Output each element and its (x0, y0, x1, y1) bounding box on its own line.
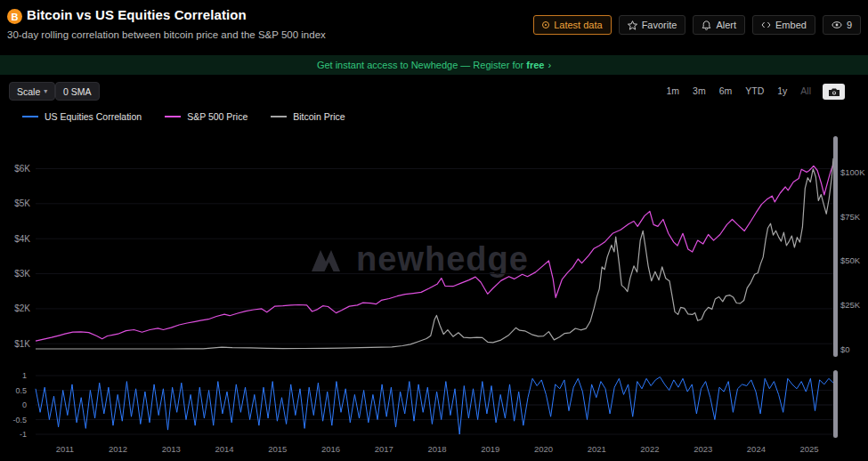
right-axis-tick-label: $25K (840, 300, 861, 310)
legend-item-us-equities-correlation[interactable]: US Equities Correlation (22, 111, 142, 122)
scale-label: Scale (17, 86, 40, 97)
time-range-selector: 1m3m6mYTD1yAll (666, 85, 811, 96)
legend-label: Bitcoin Price (293, 111, 345, 122)
x-axis-year-label: 2018 (427, 444, 446, 454)
x-axis-year-label: 2022 (640, 444, 659, 454)
banner-arrow-icon: › (548, 60, 551, 70)
correlation-axis-tick-label: 1 (22, 371, 27, 380)
bitcoin-icon: B (7, 9, 22, 24)
line-s-p-500-price (36, 165, 833, 341)
x-axis-year-label: 2024 (747, 444, 766, 454)
right-axis-tick-label: $50K (840, 255, 861, 265)
code-brackets-icon (761, 20, 771, 29)
left-axis-tick-label: $3K (14, 269, 30, 279)
x-axis-year-label: 2011 (56, 444, 74, 454)
x-axis-year-label: 2020 (534, 444, 553, 454)
legend-swatch (271, 116, 287, 117)
main-price-chart[interactable]: $6K$5K$4K$3K$2K$1K$100K$75K$50K$25K$0 (0, 132, 868, 365)
embed-button[interactable]: Embed (752, 15, 815, 35)
legend-item-s-p-500-price[interactable]: S&P 500 Price (165, 111, 247, 122)
views-button[interactable]: 9 (823, 15, 861, 35)
alert-label: Alert (716, 20, 736, 30)
camera-icon (828, 87, 840, 97)
x-axis-year-label: 2023 (694, 444, 712, 454)
register-banner[interactable]: Get instant access to Newhedge — Registe… (0, 55, 868, 75)
range-1m[interactable]: 1m (666, 85, 679, 96)
latest-data-label: Latest data (554, 20, 602, 30)
chevron-down-icon: ▾ (44, 87, 47, 95)
range-1y[interactable]: 1y (777, 85, 787, 96)
x-axis-year-label: 2021 (588, 444, 606, 454)
legend-swatch (165, 116, 181, 117)
left-axis-tick-label: $1K (14, 339, 30, 349)
correlation-chart[interactable]: 10.50-0.5-120112012201320142015201620172… (0, 365, 868, 461)
line-us-equities-correlation (36, 377, 833, 434)
favorite-button[interactable]: Favorite (619, 15, 686, 35)
page-subtitle: 30-day rolling correlation between bitco… (7, 29, 326, 40)
x-axis-year-label: 2017 (375, 444, 393, 454)
bell-icon (702, 20, 711, 30)
legend-swatch (22, 116, 38, 117)
right-axis-tick-label: $75K (840, 212, 861, 222)
x-axis-year-label: 2016 (321, 444, 340, 454)
eye-icon (831, 20, 842, 29)
line-bitcoin-price (36, 158, 833, 349)
page-title: Bitcoin vs US Equities Correlation (27, 7, 247, 22)
left-axis-tick-label: $6K (14, 164, 30, 174)
correlation-axis-tick-label: -1 (20, 430, 27, 439)
legend-label: S&P 500 Price (187, 111, 247, 122)
screenshot-button[interactable] (823, 84, 845, 100)
legend-item-bitcoin-price[interactable]: Bitcoin Price (271, 111, 345, 122)
sma-label: 0 SMA (63, 86, 92, 97)
views-count: 9 (847, 20, 852, 30)
banner-free-text: free (526, 60, 544, 70)
x-axis-year-label: 2015 (268, 444, 287, 454)
live-indicator-icon (542, 21, 549, 28)
star-icon (628, 20, 637, 30)
right-axis-tick-label: $0 (840, 344, 850, 354)
range-3m[interactable]: 3m (693, 85, 706, 96)
header-actions: Latest data Favorite Alert Embed 9 (533, 15, 861, 35)
x-axis-year-label: 2019 (481, 444, 499, 454)
bitcoin-symbol: B (12, 12, 19, 22)
x-axis-year-label: 2012 (109, 444, 127, 454)
correlation-axis-tick-label: 0 (22, 400, 27, 409)
legend-label: US Equities Correlation (45, 111, 142, 122)
banner-text: Get instant access to Newhedge — Registe… (317, 60, 523, 70)
chart-legend: US Equities CorrelationS&P 500 PriceBitc… (22, 111, 345, 122)
right-axis-tick-label: $100K (840, 167, 865, 177)
latest-data-button[interactable]: Latest data (533, 15, 611, 35)
left-axis-tick-label: $2K (14, 303, 30, 313)
favorite-label: Favorite (642, 20, 677, 30)
x-axis-year-label: 2013 (162, 444, 181, 454)
left-axis-tick-label: $5K (14, 198, 30, 208)
embed-label: Embed (775, 20, 807, 30)
correlation-axis-tick-label: -0.5 (12, 416, 27, 425)
range-all[interactable]: All (800, 85, 811, 96)
range-6m[interactable]: 6m (719, 85, 733, 96)
left-axis-tick-label: $4K (14, 234, 30, 244)
alert-button[interactable]: Alert (693, 15, 745, 35)
x-axis-year-label: 2014 (215, 444, 234, 454)
main-chart-scrollbar[interactable] (833, 136, 838, 357)
scale-dropdown[interactable]: Scale ▾ (9, 82, 55, 101)
correlation-axis-tick-label: 0.5 (15, 386, 27, 395)
x-axis-year-label: 2025 (800, 444, 819, 454)
range-ytd[interactable]: YTD (745, 85, 764, 96)
sma-button[interactable]: 0 SMA (55, 82, 100, 101)
correlation-chart-scrollbar[interactable] (833, 370, 838, 438)
